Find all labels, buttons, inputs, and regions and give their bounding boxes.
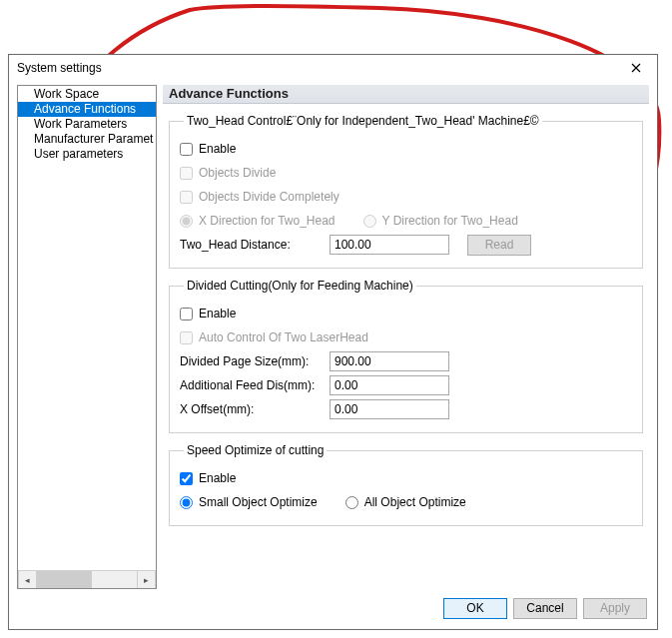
x-direction: X Direction for Two_Head [180, 214, 336, 228]
divided-enable-label: Enable [199, 307, 236, 320]
read-button: Read [467, 235, 531, 256]
sidebar-tree: Work Space Advance Functions Work Parame… [18, 86, 156, 570]
objects-divide-completely-label: Objects Divide Completely [199, 190, 339, 204]
x-offset-input[interactable] [330, 399, 449, 419]
page-size-input[interactable] [330, 351, 449, 371]
group-speed-optimize: Speed Optimize of cutting Enable Small O… [169, 443, 643, 526]
two-head-enable[interactable]: Enable [180, 142, 236, 156]
x-direction-radio [180, 215, 193, 228]
divided-enable[interactable]: Enable [180, 307, 236, 320]
ok-button[interactable]: OK [443, 598, 507, 619]
dialog-footer: OK Cancel Apply [9, 595, 657, 621]
x-offset-label: X Offset(mm): [180, 402, 330, 416]
two-head-distance-input[interactable] [330, 235, 449, 255]
two-head-enable-label: Enable [199, 142, 236, 156]
y-direction: Y Direction for Two_Head [363, 214, 518, 228]
sidebar-item-user-parameters[interactable]: User parameters [18, 147, 156, 162]
cancel-button[interactable]: Cancel [513, 598, 577, 619]
sidebar: Work Space Advance Functions Work Parame… [17, 85, 157, 589]
close-icon [631, 63, 641, 73]
sidebar-item-work-parameters[interactable]: Work Parameters [18, 117, 156, 132]
group-two-head: Two_Head Control£¨Only for Independent_T… [169, 114, 643, 269]
scroll-track[interactable] [37, 571, 137, 588]
auto-control-label: Auto Control Of Two LaserHead [199, 330, 368, 344]
settings-window: System settings Work Space Advance Funct… [8, 54, 658, 630]
x-direction-label: X Direction for Two_Head [199, 214, 336, 228]
group-divided-legend: Divided Cutting(Only for Feeding Machine… [184, 279, 416, 293]
divided-enable-checkbox[interactable] [180, 308, 193, 320]
page-title: Advance Functions [163, 85, 649, 104]
objects-divide: Objects Divide [180, 166, 276, 180]
speed-enable[interactable]: Enable [180, 471, 236, 485]
titlebar: System settings [9, 55, 657, 81]
auto-control-checkbox [180, 331, 193, 344]
y-direction-label: Y Direction for Two_Head [382, 214, 518, 228]
group-divided-cutting: Divided Cutting(Only for Feeding Machine… [169, 279, 643, 433]
sidebar-item-advance-functions[interactable]: Advance Functions [18, 102, 156, 117]
all-object-label: All Object Optimize [364, 495, 466, 509]
feed-dis-label: Additional Feed Dis(mm): [180, 378, 330, 392]
apply-button: Apply [583, 598, 647, 619]
objects-divide-label: Objects Divide [199, 166, 276, 180]
scroll-left-icon[interactable]: ◂ [18, 571, 37, 588]
two-head-distance-label: Two_Head Distance: [180, 238, 330, 252]
objects-divide-completely: Objects Divide Completely [180, 190, 339, 204]
small-object-label: Small Object Optimize [199, 495, 318, 509]
sidebar-item-manufacturer-parameters[interactable]: Manufacturer Paramet [18, 132, 156, 147]
sidebar-scrollbar[interactable]: ◂ ▸ [18, 570, 156, 588]
all-object-radio[interactable] [345, 496, 358, 509]
all-object-optimize[interactable]: All Object Optimize [345, 495, 466, 509]
auto-control: Auto Control Of Two LaserHead [180, 330, 368, 344]
small-object-radio[interactable] [180, 496, 193, 509]
y-direction-radio [363, 215, 376, 228]
two-head-enable-checkbox[interactable] [180, 143, 193, 156]
group-speed-legend: Speed Optimize of cutting [184, 443, 327, 457]
feed-dis-input[interactable] [330, 375, 449, 395]
objects-divide-completely-checkbox [180, 191, 193, 204]
scroll-right-icon[interactable]: ▸ [137, 571, 156, 588]
speed-enable-label: Enable [199, 471, 236, 485]
group-two-head-legend: Two_Head Control£¨Only for Independent_T… [184, 114, 542, 128]
page-size-label: Divided Page Size(mm): [180, 354, 330, 368]
objects-divide-checkbox [180, 167, 193, 180]
small-object-optimize[interactable]: Small Object Optimize [180, 495, 318, 509]
speed-enable-checkbox[interactable] [180, 472, 193, 485]
scroll-thumb[interactable] [37, 571, 92, 588]
main-panel: Advance Functions Two_Head Control£¨Only… [163, 85, 649, 589]
sidebar-item-workspace[interactable]: Work Space [18, 87, 156, 102]
close-button[interactable] [617, 57, 655, 79]
window-title: System settings [17, 61, 617, 75]
